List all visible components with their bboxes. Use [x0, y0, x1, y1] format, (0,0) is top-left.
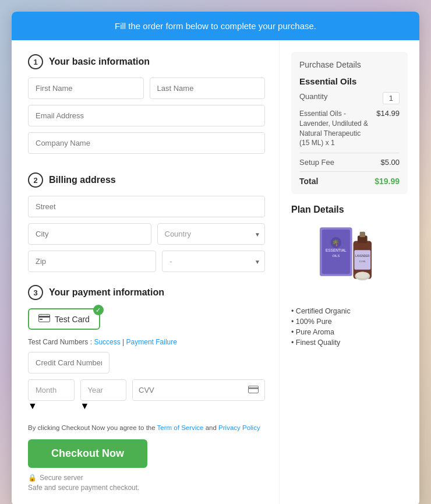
- basic-info-header: 1 Your basic information: [28, 54, 265, 69]
- secure-note: 🔒 Secure server: [28, 474, 265, 482]
- quantity-label: Quantity: [299, 92, 327, 101]
- billing-title: Billing address: [49, 175, 116, 185]
- payment-title: Your payment information: [49, 287, 164, 298]
- tos-and: and: [206, 424, 218, 431]
- checkout-button[interactable]: Checkout Now: [28, 439, 147, 468]
- right-column: Purchase Details Essential Oils Quantity…: [280, 40, 419, 504]
- product-description: Essential Oils - Lavender, Undiluted & N…: [299, 109, 369, 148]
- purchase-details-box: Purchase Details Essential Oils Quantity…: [291, 52, 408, 194]
- safe-note: Safe and secure payment checkout.: [28, 484, 265, 492]
- total-label: Total: [299, 177, 318, 186]
- street-input[interactable]: [28, 196, 265, 217]
- section-number-3: 3: [28, 285, 43, 300]
- secure-label: Secure server: [40, 474, 83, 482]
- svg-text:OILS: OILS: [332, 255, 340, 258]
- country-select-wrap: Country ▼: [157, 223, 266, 245]
- year-select[interactable]: Year: [80, 379, 127, 401]
- tos-link[interactable]: Term of Service: [157, 424, 204, 431]
- city-input[interactable]: [28, 223, 151, 245]
- purchase-details-title: Purchase Details: [299, 60, 400, 69]
- svg-rect-4: [248, 387, 259, 389]
- card-label: Test Card: [55, 315, 90, 324]
- cc-number-wrap: [28, 352, 265, 373]
- checkout-card: Fill the order form below to complete yo…: [12, 12, 419, 504]
- total-row: Total $19.99: [299, 177, 400, 186]
- features-list: Certified Organic 100% Pure Pure Aroma F…: [291, 307, 408, 347]
- month-select-wrap: Month ▼: [28, 379, 75, 411]
- svg-rect-13: [360, 232, 365, 237]
- state-select-wrap: - ▼: [162, 251, 265, 272]
- zip-input[interactable]: [28, 251, 156, 272]
- plan-details-title: Plan Details: [291, 205, 408, 215]
- billing-section: 2 Billing address Country ▼: [28, 172, 265, 272]
- last-name-input[interactable]: [150, 77, 266, 99]
- payment-header: 3 Your payment information: [28, 285, 265, 300]
- city-country-row: Country ▼: [28, 223, 265, 245]
- card-option-button[interactable]: Test Card ✓: [28, 308, 100, 330]
- cc-number-input[interactable]: [28, 352, 109, 373]
- cvv-card-icon: [242, 386, 264, 395]
- tos-prefix: By clicking Checkout Now you agree to th…: [28, 424, 157, 431]
- test-card-note: Test Card Numbers : Success | Payment Fa…: [28, 338, 265, 346]
- safe-label: Safe and secure payment checkout.: [28, 484, 139, 492]
- feature-2: 100% Pure: [291, 318, 408, 326]
- year-select-wrap: Year ▼: [80, 379, 127, 411]
- cvv-input-container: [132, 379, 265, 401]
- svg-text:LAVENDER: LAVENDER: [355, 255, 370, 258]
- cvv-input[interactable]: [133, 380, 242, 400]
- product-image: ESSENTIAL OILS 🌴 LAVENDER 15 ML: [312, 222, 387, 298]
- privacy-link[interactable]: Privacy Policy: [218, 424, 260, 431]
- zip-state-row: - ▼: [28, 251, 265, 272]
- feature-4: Finest Quality: [291, 339, 408, 347]
- svg-text:ESSENTIAL: ESSENTIAL: [326, 248, 347, 252]
- plan-details-section: Plan Details ESSENTIAL OILS 🌴: [291, 205, 408, 347]
- payment-failure-link[interactable]: Payment Failure: [126, 338, 177, 346]
- product-name: Essential Oils: [299, 76, 400, 86]
- feature-3: Pure Aroma: [291, 328, 408, 336]
- first-name-input[interactable]: [28, 77, 144, 99]
- success-link[interactable]: Success: [94, 338, 120, 346]
- check-badge: ✓: [93, 305, 104, 315]
- name-row: [28, 77, 265, 99]
- payment-section: 3 Your payment information Test Card ✓: [28, 285, 265, 411]
- email-input[interactable]: [28, 105, 265, 126]
- setup-fee-label: Setup Fee: [299, 158, 334, 167]
- setup-fee-row: Setup Fee $5.00: [299, 158, 400, 167]
- banner-text: Fill the order form below to complete yo…: [115, 21, 316, 31]
- svg-text:🌴: 🌴: [332, 239, 340, 246]
- state-select[interactable]: -: [162, 251, 265, 272]
- total-price: $19.99: [375, 177, 400, 186]
- lock-icon: 🔒: [28, 474, 37, 482]
- svg-rect-0: [39, 315, 50, 322]
- feature-1: Certified Organic: [291, 307, 408, 315]
- left-column: 1 Your basic information 2 Billing addre…: [12, 40, 280, 504]
- product-image-area: ESSENTIAL OILS 🌴 LAVENDER 15 ML: [291, 222, 408, 300]
- month-chevron-icon: ▼: [28, 401, 37, 411]
- setup-fee-price: $5.00: [380, 158, 400, 167]
- svg-point-18: [356, 272, 369, 279]
- month-select[interactable]: Month: [28, 379, 75, 401]
- tos-text: By clicking Checkout Now you agree to th…: [28, 424, 265, 431]
- month-year-cvv-row: Month ▼ Year ▼: [28, 379, 265, 411]
- section-number-2: 2: [28, 172, 43, 188]
- svg-rect-2: [40, 319, 43, 320]
- credit-card-icon: [38, 314, 50, 324]
- basic-info-title: Your basic information: [49, 57, 150, 67]
- product-price: $14.99: [376, 109, 400, 118]
- billing-header: 2 Billing address: [28, 172, 265, 188]
- main-content: 1 Your basic information 2 Billing addre…: [12, 40, 419, 504]
- cvv-wrap: [132, 379, 265, 411]
- svg-text:15 ML: 15 ML: [359, 260, 366, 263]
- test-card-prefix: Test Card Numbers :: [28, 338, 92, 346]
- svg-rect-3: [249, 386, 259, 393]
- quantity-row: Quantity 1: [299, 92, 400, 104]
- country-select[interactable]: Country: [157, 223, 266, 245]
- top-banner: Fill the order form below to complete yo…: [12, 12, 419, 40]
- svg-rect-1: [38, 316, 50, 318]
- quantity-value: 1: [383, 92, 400, 104]
- section-number-1: 1: [28, 54, 43, 69]
- year-chevron-icon: ▼: [80, 401, 90, 411]
- company-input[interactable]: [28, 132, 265, 154]
- product-price-row: Essential Oils - Lavender, Undiluted & N…: [299, 109, 400, 148]
- basic-info-section: 1 Your basic information: [28, 54, 265, 160]
